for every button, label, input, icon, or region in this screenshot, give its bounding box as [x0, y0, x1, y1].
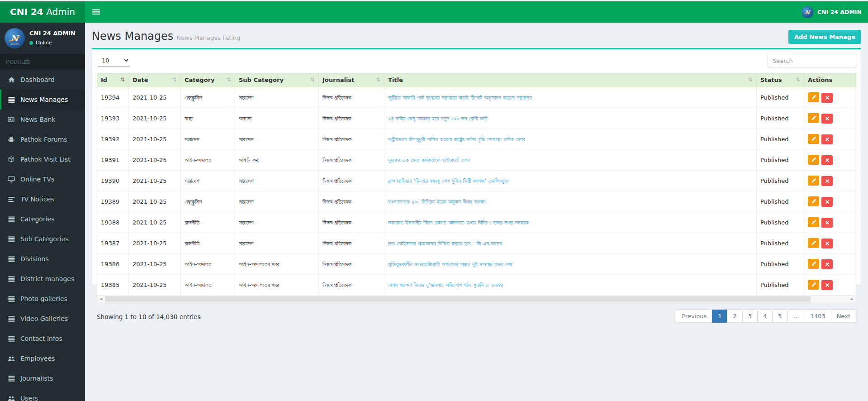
edit-button[interactable]	[808, 217, 819, 227]
sidebar-item-users[interactable]: Users	[0, 388, 85, 401]
scroll-left-arrow-icon[interactable]: ◄	[97, 296, 104, 302]
news-title-link[interactable]: জুড়ীতে সাফারি পার্ক স্থাপনের সম্ভাব্যতা…	[388, 94, 531, 101]
table-header-row: Id⇅Date⇅Category⇅Sub Category⇅Journalist…	[97, 73, 856, 87]
table-row: 193882021-10-25রাজনীতিসারাদেশনিজস্ব প্রত…	[97, 212, 856, 233]
page-button-previous[interactable]: Previous	[676, 310, 712, 323]
sort-icon[interactable]: ⇅	[376, 76, 380, 83]
scroll-right-arrow-icon[interactable]: ►	[849, 296, 856, 302]
sidebar-item-sub-categories[interactable]: Sub Categories	[0, 229, 85, 249]
news-title-link[interactable]: জামায়াত ইসলামীর বিচার প্রকাশ্য আদালতে হ…	[388, 219, 529, 226]
date-cell: 2021-10-25	[129, 87, 181, 108]
sidebar-item-label: District manages	[20, 275, 74, 282]
search-input[interactable]	[768, 54, 856, 67]
add-news-manage-button[interactable]: Add News Manage	[788, 30, 861, 44]
delete-button[interactable]	[821, 176, 833, 186]
column-header-id[interactable]: Id⇅	[97, 73, 129, 87]
id-cell: 19385	[97, 275, 129, 296]
sidebar-item-divisions[interactable]: Divisions	[0, 249, 85, 269]
sidebar-toggle-button[interactable]	[85, 1, 107, 23]
column-header-title[interactable]: Title⇅	[384, 73, 757, 87]
column-header-date[interactable]: Date⇅	[129, 73, 181, 87]
news-title-link[interactable]: বাংলাদেশকে ৫০০ মিলিয়ন ইয়েন অনুদান দিচ্…	[388, 198, 485, 205]
sidebar-item-news-bank[interactable]: News Bank	[0, 110, 85, 129]
brand-bold: CNI 24	[10, 6, 43, 17]
news-title-link[interactable]: বেগম খালেদা জিয়ার দু’মামলায় অভিযোগ গঠন…	[388, 282, 503, 288]
page-button-1403[interactable]: 1403	[805, 310, 831, 323]
table-row: 193872021-10-25রাজনীতিসারাদেশনিজস্ব প্রত…	[97, 233, 856, 254]
status-cell: Published	[757, 191, 804, 212]
sort-icon[interactable]: ⇅	[310, 76, 315, 83]
sidebar-item-pathok-visit-list[interactable]: Pathok Visit List	[0, 149, 85, 169]
android-icon	[7, 136, 15, 143]
journalist-cell: নিজস্ব প্রতিবেদক	[319, 275, 384, 296]
users-icon	[7, 356, 15, 362]
page-button-next[interactable]: Next	[831, 310, 856, 323]
edit-button[interactable]	[808, 280, 819, 290]
column-header-sub-category[interactable]: Sub Category⇅	[235, 73, 319, 87]
delete-button[interactable]	[821, 134, 833, 144]
page-button-5[interactable]: 5	[772, 310, 787, 323]
edit-button[interactable]	[808, 113, 819, 123]
journalist-cell: নিজস্ব প্রতিবেদক	[319, 150, 384, 171]
column-header-journalist[interactable]: Journalist⇅	[319, 73, 384, 87]
sidebar-item-video-galleries[interactable]: Video Galleries	[0, 309, 85, 329]
news-title-link[interactable]: ব্রাহ্মণবাড়িয়ার ‘চিনাইর বঙ্গবন্ধু শেখ …	[388, 177, 508, 184]
edit-button[interactable]	[808, 176, 819, 186]
actions-cell	[804, 212, 856, 233]
sidebar-item-tv-notices[interactable]: TV Notices	[0, 189, 85, 209]
scrollbar-thumb[interactable]	[105, 296, 811, 302]
sidebar-item-categories[interactable]: Categories	[0, 209, 85, 229]
page-button-3[interactable]: 3	[742, 310, 758, 323]
sort-icon[interactable]: ⇅	[796, 76, 800, 83]
delete-button[interactable]	[821, 197, 833, 207]
news-title-link[interactable]: দুদকের এক তদন্ত কর্মকর্তাকে হাইকোর্টে তল…	[388, 157, 470, 163]
delete-button[interactable]	[821, 93, 833, 103]
user-menu[interactable]: N CNI 24 ADMIN	[802, 1, 862, 23]
delete-button[interactable]	[821, 280, 833, 290]
horizontal-scrollbar[interactable]: ◄ ►	[97, 296, 856, 303]
sidebar-item-contact-infos[interactable]: Contact Infos	[0, 329, 85, 348]
sidebar-item-pathok-forums[interactable]: Pathok Forums	[0, 129, 85, 149]
page-button-2[interactable]: 2	[727, 310, 742, 323]
edit-button[interactable]	[808, 92, 819, 102]
news-title-link[interactable]: মুক্তিযুদ্ধকালীন মানবতাবিরোধী অপরাধের আর…	[388, 261, 512, 267]
edit-button[interactable]	[808, 259, 819, 269]
journalist-cell: নিজস্ব প্রতিবেদক	[319, 233, 384, 254]
page-button-4[interactable]: 4	[757, 310, 773, 323]
page-button-1[interactable]: 1	[712, 310, 727, 323]
sidebar-item-employees[interactable]: Employees	[0, 348, 85, 368]
sort-icon[interactable]: ⇅	[748, 76, 753, 83]
sidebar-item-photo-galleries[interactable]: Photo galleries	[0, 289, 85, 309]
user-menu-label: CNI 24 ADMIN	[817, 9, 862, 15]
sort-icon[interactable]: ⇅	[120, 76, 125, 83]
column-header-status[interactable]: Status⇅	[757, 73, 804, 87]
delete-button[interactable]	[821, 259, 833, 269]
brand-logo-text[interactable]: CNI 24 Admin	[0, 1, 85, 23]
sidebar-item-label: Pathok Visit List	[20, 156, 71, 163]
sidebar-item-dashboard[interactable]: Dashboard	[0, 70, 85, 90]
sort-icon[interactable]: ⇅	[172, 76, 177, 83]
sidebar-item-news-manages[interactable]: News Manages	[0, 90, 85, 110]
news-title-link[interactable]: ২৪ ঘণ্টায় ডেঙ্গু আক্রান্ত হয়ে নতুন ১৯০…	[388, 115, 487, 122]
delete-button[interactable]	[821, 239, 833, 248]
column-header-category[interactable]: Category⇅	[181, 73, 235, 87]
table-row: 193902021-10-25সারাদেশসারাদেশনিজস্ব প্রত…	[97, 171, 856, 191]
delete-button[interactable]	[821, 155, 833, 165]
edit-button[interactable]	[808, 238, 819, 248]
category-cell: রাজনীতি	[181, 212, 235, 233]
category-cell: রাজনীতি	[181, 233, 235, 254]
delete-button[interactable]	[821, 218, 833, 228]
news-title-link[interactable]: রাষ্ট্রীয়ভাবে মিলাদুন্নবী পালিত হওয়ায়…	[388, 136, 525, 143]
sidebar-item-district-manages[interactable]: District manages	[0, 269, 85, 289]
page-size-select[interactable]: 10	[97, 54, 130, 67]
edit-button[interactable]	[808, 196, 819, 206]
sidebar-item-label: Journalists	[20, 375, 53, 382]
edit-button[interactable]	[808, 155, 819, 165]
list-icon	[7, 296, 15, 302]
sidebar-item-journalists[interactable]: Journalists	[0, 368, 85, 388]
sidebar-item-online-tvs[interactable]: Online TVs	[0, 169, 85, 189]
news-title-link[interactable]: দ্রুত রোহিঙ্গাদের প্রত্যাবাসন নিশ্চিত কর…	[388, 240, 502, 247]
edit-button[interactable]	[808, 134, 819, 144]
sort-icon[interactable]: ⇅	[227, 76, 231, 83]
delete-button[interactable]	[821, 114, 833, 124]
